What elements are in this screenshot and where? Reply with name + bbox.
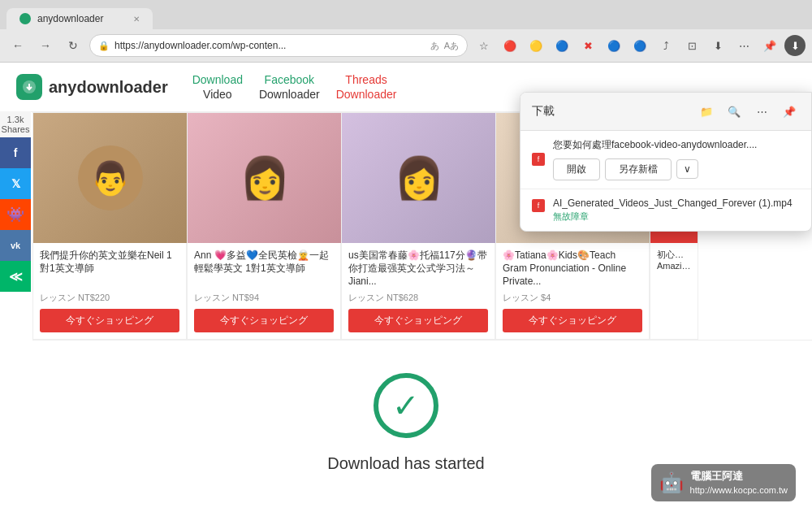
card-btn-4[interactable]: 今すぐショッピング: [503, 309, 642, 332]
panel-title: 下載: [532, 104, 555, 119]
star-icon[interactable]: ☆: [473, 34, 495, 57]
refresh-button[interactable]: ↻: [62, 34, 84, 57]
item2-filename: AI_Generated_Videos_Just_Changed_Forever…: [553, 197, 793, 209]
sidebar-icon[interactable]: ⊡: [680, 34, 703, 57]
share-number: 1.3k: [0, 115, 31, 124]
item1-filename: 您要如何處理facebook-video-anydownloader....: [553, 139, 800, 152]
panel-header: 下載 📁 🔍 ⋯ 📌: [520, 93, 811, 131]
extension-icon1[interactable]: 🔴: [499, 34, 521, 57]
tab-close-btn[interactable]: ✕: [133, 15, 140, 24]
item1-open-btn[interactable]: 開啟: [553, 158, 600, 180]
card-img-1: 👨: [33, 113, 188, 243]
browser-tab[interactable]: anydownloader ✕: [6, 8, 153, 29]
tab-favicon: [19, 13, 31, 24]
panel-icons: 📁 🔍 ⋯ 📌: [696, 101, 800, 122]
panel-more-icon[interactable]: ⋯: [751, 101, 772, 122]
nav-item-fb2: Downloader: [259, 87, 320, 102]
card-3: 👩 us美国常春藤🌸托福117分🔮带你打造最强英文公式学习法～Jiani... …: [341, 112, 495, 340]
nav-item-fb1: Facebook: [259, 72, 320, 87]
card-body-1: 我們提升你的英文並樂在Neil 1對1英文導師 レッスン NT$220 今すぐシ…: [33, 243, 186, 339]
item1-favicon: f: [532, 153, 545, 166]
address-bar[interactable]: 🔒 https://anydownloader.com/wp-conten...…: [89, 34, 468, 57]
card-title-1: 我們提升你的英文並樂在Neil 1對1英文導師: [40, 249, 179, 289]
card-body-2: Ann 💗多益💙全民英檢🧝一起輕鬆學英文 1對1英文導師 レッスン NT$94 …: [188, 243, 340, 339]
download-status-icon[interactable]: ⬇: [784, 35, 806, 56]
download-panel: 下載 📁 🔍 ⋯ 📌 f 您要如何處理facebook-video-anydow…: [520, 92, 812, 232]
share-icon[interactable]: ⤴: [654, 34, 677, 57]
back-button[interactable]: ←: [6, 34, 29, 57]
card-price-4: レッスン $4: [503, 292, 642, 304]
extension-icon2[interactable]: 🟡: [525, 34, 547, 57]
reddit-share-btn[interactable]: 👾: [0, 199, 31, 230]
site-logo: anydownloader: [16, 74, 168, 100]
site-nav: Download Video Facebook Downloader Threa…: [192, 72, 397, 102]
item1-more-btn[interactable]: ∨: [676, 159, 698, 179]
page-content: anydownloader Download Video Facebook Do…: [0, 63, 812, 525]
card-body-3: us美国常春藤🌸托福117分🔮带你打造最强英文公式学习法～Jiani... レッ…: [342, 243, 495, 339]
card-img-3: 👩: [342, 113, 496, 243]
nav-threads-downloader[interactable]: Threads Downloader: [336, 72, 397, 102]
download-started-text: Download has started: [327, 454, 484, 473]
card-title-3: us美国常春藤🌸托福117分🔮带你打造最强英文公式学习法～Jiani...: [348, 249, 488, 289]
extension-icon5[interactable]: 🔵: [603, 34, 625, 57]
item1-info: 您要如何處理facebook-video-anydownloader.... 開…: [553, 139, 800, 180]
watermark-text: 電腦王阿達 http://www.kocpc.com.tw: [690, 469, 788, 497]
card-1: 👨 我們提升你的英文並樂在Neil 1對1英文導師 レッスン NT$220 今す…: [32, 112, 187, 340]
extension-icon6[interactable]: 🔵: [628, 34, 651, 57]
watermark: 🤖 電腦王阿達 http://www.kocpc.com.tw: [651, 464, 796, 501]
item1-actions: 開啟 另存新檔 ∨: [553, 158, 800, 180]
success-circle: ✓: [374, 373, 438, 438]
social-sidebar: 1.3k Shares f 𝕏 👾 vk ≪: [0, 111, 31, 292]
aa-icon: あ: [430, 40, 439, 52]
bookmark-icon[interactable]: ⬇: [706, 34, 729, 57]
share-label: Shares: [0, 124, 31, 134]
extension-icon3[interactable]: 🔵: [551, 34, 573, 57]
item2-favicon: f: [532, 199, 545, 212]
logo-icon: [16, 74, 42, 100]
card-body-4: 🌸Tatiana🌸Kids🎨Teach Gram Pronunciation -…: [496, 243, 649, 339]
share-btn[interactable]: ≪: [0, 261, 31, 292]
card-price-3: レッスン NT$628: [348, 292, 488, 304]
nav-item-label1: Download: [192, 72, 243, 87]
nav-item-th2: Downloader: [336, 87, 397, 102]
panel-search-icon[interactable]: 🔍: [723, 101, 745, 122]
nav-item-th1: Threads: [336, 72, 397, 87]
share-count: 1.3k Shares: [0, 111, 31, 137]
tab-title: anydownloader: [37, 13, 103, 24]
vk-share-btn[interactable]: vk: [0, 230, 31, 261]
download-item-2: f AI_Generated_Videos_Just_Changed_Forev…: [520, 189, 811, 231]
reader-icon: Aあ: [444, 40, 459, 52]
item2-status: 無故障章: [553, 210, 793, 223]
extension-icon4[interactable]: ✖: [577, 34, 599, 57]
download-item-1: f 您要如何處理facebook-video-anydownloader....…: [520, 131, 811, 189]
item2-info: AI_Generated_Videos_Just_Changed_Forever…: [553, 197, 793, 223]
check-mark-icon: ✓: [392, 389, 420, 422]
nav-download-video[interactable]: Download Video: [192, 72, 243, 102]
card-btn-1[interactable]: 今すぐショッピング: [40, 309, 179, 332]
twitter-share-btn[interactable]: 𝕏: [0, 168, 31, 199]
card-price-1: レッスン NT$220: [40, 292, 179, 304]
nav-facebook-downloader[interactable]: Facebook Downloader: [259, 72, 320, 102]
menu-icon[interactable]: ⋯: [732, 34, 755, 57]
logo-text: anydownloader: [49, 78, 168, 97]
nav-item-label2: Video: [192, 87, 243, 102]
card-title-2: Ann 💗多益💙全民英檢🧝一起輕鬆學英文 1對1英文導師: [194, 249, 334, 289]
lock-icon: 🔒: [98, 41, 110, 51]
watermark-site: 電腦王阿達: [690, 469, 788, 484]
address-text: https://anydownloader.com/wp-conten...: [114, 40, 425, 51]
watermark-url: http://www.kocpc.com.tw: [690, 484, 788, 497]
card-body-5: 初心…Amazi…: [650, 243, 698, 277]
card-img-2: 👩: [188, 113, 342, 243]
card-2: 👩 Ann 💗多益💙全民英檢🧝一起輕鬆學英文 1對1英文導師 レッスン NT$9…: [187, 112, 341, 340]
card-price-2: レッスン NT$94: [194, 292, 334, 304]
panel-pin-icon[interactable]: 📌: [779, 101, 800, 122]
item1-save-btn[interactable]: 另存新檔: [605, 158, 672, 180]
forward-button[interactable]: →: [34, 34, 57, 57]
card-title-4: 🌸Tatiana🌸Kids🎨Teach Gram Pronunciation -…: [503, 249, 642, 289]
card-btn-2[interactable]: 今すぐショッピング: [194, 309, 334, 332]
card-btn-3[interactable]: 今すぐショッピング: [348, 309, 488, 332]
pin-icon[interactable]: 📌: [758, 34, 781, 57]
facebook-share-btn[interactable]: f: [0, 137, 31, 168]
panel-folder-icon[interactable]: 📁: [696, 101, 717, 122]
